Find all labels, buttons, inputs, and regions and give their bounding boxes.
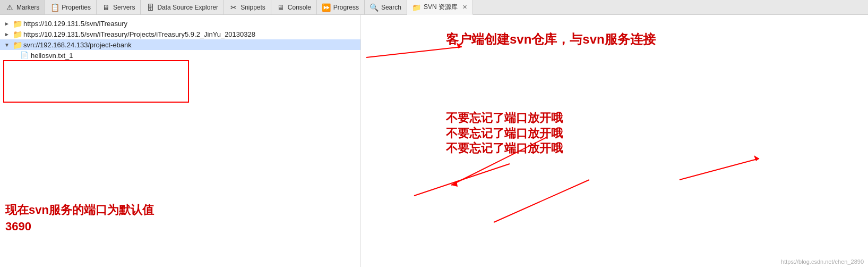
tree-label-node3-1: hellosvn.txt_1 xyxy=(31,52,73,60)
tab-svn[interactable]: 📁 SVN 资源库 ✕ xyxy=(407,0,473,15)
tab-properties[interactable]: 📋 Properties xyxy=(45,0,97,14)
tree-label-node1: https://10.129.131.5/svn/iTreasury xyxy=(23,20,127,28)
red-highlight-box xyxy=(3,60,189,103)
folder-icon-node1: 📁 xyxy=(13,19,21,28)
annotation-bottom-left-line2: 3690 xyxy=(5,219,154,235)
tree-toggle-node2[interactable]: ► xyxy=(3,30,11,38)
svg-line-0 xyxy=(366,47,462,57)
tab-progress-label: Progress xyxy=(333,4,359,11)
progress-icon: ⏩ xyxy=(322,3,331,12)
tab-datasource-label: Data Source Explorer xyxy=(157,4,218,11)
annotation-bottom-left-line1: 现在svn服务的端口为默认值 xyxy=(5,202,154,219)
annotation-mid-right: 不要忘记了端口放开哦 不要忘记了端口放开哦 不要忘记了端口放开哦 xyxy=(446,111,563,156)
tab-snippets[interactable]: ✂ Snippets xyxy=(224,0,271,14)
file-icon-node3-1: 📄 xyxy=(20,51,29,60)
properties-icon: 📋 xyxy=(50,3,59,12)
tree-toggle-node3[interactable]: ▼ xyxy=(3,41,11,48)
tab-snippets-label: Snippets xyxy=(240,4,265,11)
svg-marker-6 xyxy=(754,155,759,161)
tab-servers-label: Servers xyxy=(113,4,135,11)
main-content: ► 📁 https://10.129.131.5/svn/iTreasury ►… xyxy=(0,15,868,267)
svg-line-4 xyxy=(414,164,510,196)
tab-markers-label: Markers xyxy=(16,4,39,11)
tree-item-node3-1[interactable]: 📄 hellosvn.txt_1 xyxy=(0,50,360,61)
tree-item-node1[interactable]: ► 📁 https://10.129.131.5/svn/iTreasury xyxy=(0,18,360,29)
svg-line-7 xyxy=(494,180,589,222)
markers-icon: ⚠ xyxy=(5,3,14,12)
tab-search[interactable]: 🔍 Search xyxy=(365,0,407,14)
tab-svn-close[interactable]: ✕ xyxy=(462,4,467,11)
tree-label-node2: https://10.129.131.5/svn/iTreasury/Proje… xyxy=(23,30,255,38)
folder-icon-node2: 📁 xyxy=(13,30,21,38)
tab-properties-label: Properties xyxy=(62,4,91,11)
folder-icon-node3: 📁 xyxy=(13,40,21,49)
tree-toggle-node3-1 xyxy=(11,52,18,59)
datasource-icon: 🗄 xyxy=(146,3,154,12)
watermark: https://blog.csdn.net/chen_2890 xyxy=(781,258,864,265)
tree-item-node3[interactable]: ▼ 📁 svn://192.168.24.133/project-ebank xyxy=(0,39,360,50)
tab-console[interactable]: 🖥 Console xyxy=(271,0,317,14)
annotation-bottom-left: 现在svn服务的端口为默认值 3690 xyxy=(5,202,154,235)
console-icon: 🖥 xyxy=(277,3,285,12)
annotation-panel: 客户端创建svn仓库，与svn服务连接 不要忘记了端口放开哦 不要忘记了端口放开… xyxy=(361,15,868,267)
tab-progress[interactable]: ⏩ Progress xyxy=(317,0,365,14)
servers-icon: 🖥 xyxy=(102,3,110,12)
svn-icon: 📁 xyxy=(412,3,421,12)
tab-console-label: Console xyxy=(288,4,311,11)
snippets-icon: ✂ xyxy=(229,3,238,12)
arrows-svg xyxy=(361,15,868,267)
tab-bar: ⚠ Markers 📋 Properties 🖥 Servers 🗄 Data … xyxy=(0,0,868,15)
tab-search-label: Search xyxy=(381,4,401,11)
tree-label-node3: svn://192.168.24.133/project-ebank xyxy=(23,41,132,49)
annotation-mid-line3: 不要忘记了端口放开哦 xyxy=(446,141,563,156)
tab-servers[interactable]: 🖥 Servers xyxy=(97,0,141,14)
annotation-top-right: 客户端创建svn仓库，与svn服务连接 xyxy=(446,31,656,47)
tab-datasource[interactable]: 🗄 Data Source Explorer xyxy=(141,0,224,14)
tree-item-node2[interactable]: ► 📁 https://10.129.131.5/svn/iTreasury/P… xyxy=(0,29,360,39)
annotation-mid-line2: 不要忘记了端口放开哦 xyxy=(446,126,563,141)
search-icon: 🔍 xyxy=(370,3,379,12)
tab-markers[interactable]: ⚠ Markers xyxy=(0,0,45,14)
svg-line-5 xyxy=(680,158,759,180)
annotation-mid-line1: 不要忘记了端口放开哦 xyxy=(446,111,563,126)
tree-toggle-node1[interactable]: ► xyxy=(3,20,11,27)
svg-marker-3 xyxy=(451,181,458,187)
tab-svn-label: SVN 资源库 xyxy=(424,3,458,12)
